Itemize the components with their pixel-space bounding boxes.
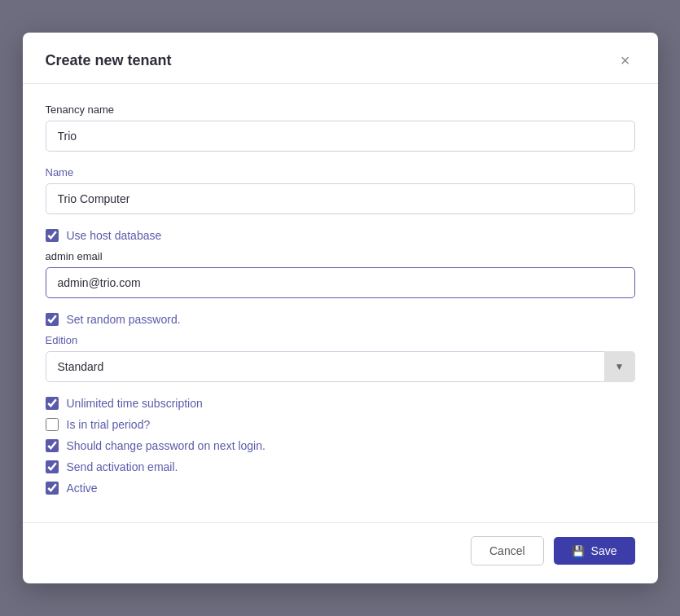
change-password-label[interactable]: Should change password on next login. [67, 439, 265, 452]
modal-footer: Cancel 💾 Save [23, 522, 658, 583]
save-label: Save [591, 544, 617, 557]
set-random-password-row: Set random password. [46, 313, 635, 326]
edition-label: Edition [46, 334, 635, 346]
activation-email-row: Send activation email. [46, 460, 635, 473]
modal-title: Create new tenant [46, 52, 172, 69]
modal-header: Create new tenant × [23, 33, 658, 84]
set-random-password-label[interactable]: Set random password. [67, 313, 181, 326]
trial-period-row: Is in trial period? [46, 418, 635, 431]
edition-select-wrapper: Standard Professional Enterprise ▼ [46, 351, 635, 382]
name-label: Name [46, 166, 635, 178]
tenancy-name-label: Tenancy name [46, 103, 635, 116]
active-checkbox[interactable] [46, 482, 59, 495]
activation-email-label[interactable]: Send activation email. [67, 460, 178, 473]
name-input[interactable] [46, 183, 635, 214]
trial-period-checkbox[interactable] [46, 418, 59, 431]
edition-group: Edition Standard Professional Enterprise… [46, 334, 635, 382]
change-password-row: Should change password on next login. [46, 439, 635, 452]
modal-body: Tenancy name Name Use host database admi… [23, 84, 658, 522]
active-row: Active [46, 482, 635, 495]
change-password-checkbox[interactable] [46, 439, 59, 452]
tenancy-name-input[interactable] [46, 121, 635, 152]
admin-email-input[interactable] [46, 267, 635, 298]
activation-email-checkbox[interactable] [46, 460, 59, 473]
checkboxes-section: Unlimited time subscription Is in trial … [46, 397, 635, 495]
use-host-database-row: Use host database [46, 229, 635, 242]
trial-period-label[interactable]: Is in trial period? [67, 418, 151, 431]
save-icon: 💾 [572, 545, 585, 557]
edition-select[interactable]: Standard Professional Enterprise [46, 351, 635, 382]
unlimited-time-row: Unlimited time subscription [46, 397, 635, 410]
use-host-database-checkbox[interactable] [46, 229, 59, 242]
admin-email-group: admin email [46, 250, 635, 298]
unlimited-time-label[interactable]: Unlimited time subscription [67, 397, 203, 410]
admin-email-label: admin email [46, 250, 635, 262]
modal-create-tenant: Create new tenant × Tenancy name Name Us… [23, 33, 658, 583]
save-button[interactable]: 💾 Save [554, 537, 635, 565]
name-group: Name [46, 166, 635, 214]
cancel-button[interactable]: Cancel [471, 536, 544, 565]
active-label[interactable]: Active [67, 482, 98, 495]
use-host-database-label[interactable]: Use host database [67, 229, 162, 242]
set-random-password-checkbox[interactable] [46, 313, 59, 326]
unlimited-time-checkbox[interactable] [46, 397, 59, 410]
tenancy-name-group: Tenancy name [46, 103, 635, 152]
close-button[interactable]: × [616, 51, 635, 70]
